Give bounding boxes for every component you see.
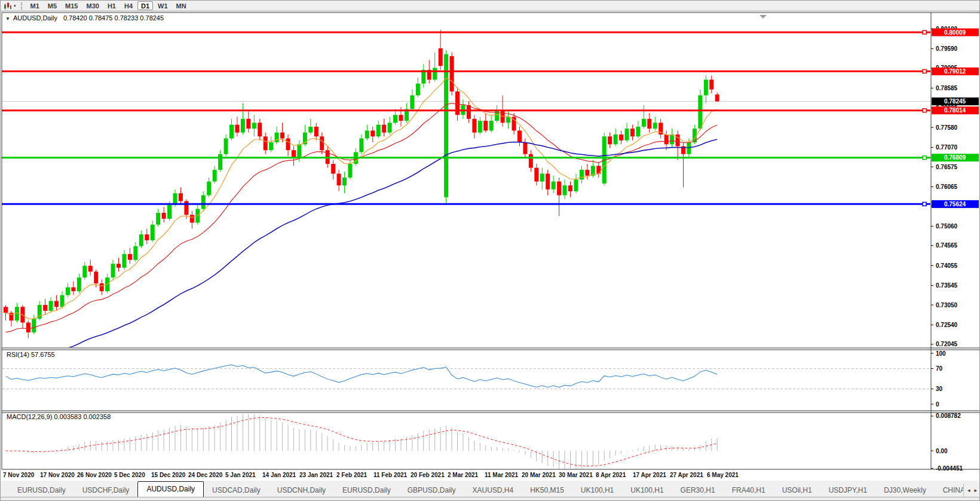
candle [483,121,488,130]
macd-indicator-label: MACD(12,26,9) 0.003583 0.002358 [7,413,111,420]
candle [117,264,121,268]
candle [43,305,47,311]
level-line-handle[interactable] [923,30,926,34]
candle [207,182,211,195]
candle [455,91,460,115]
candle [359,139,363,152]
toolbar-grip-handle[interactable] [21,2,22,10]
price-axis-tick: 0.72045 [936,341,958,347]
candle [32,319,36,332]
candle [552,182,556,190]
chart-shift-marker-icon[interactable] [760,15,767,19]
timeframe-button-M1[interactable]: M1 [27,1,43,10]
chart-tab-gbpusd-daily[interactable]: GBPUSD,Daily [399,484,464,497]
chart-tab-usdchf-daily[interactable]: USDCHF,Daily [74,484,138,497]
time-axis-label: 15 Dec 2020 [151,472,185,478]
chart-collapse-icon[interactable]: ▼ [5,16,10,22]
chart-tab-eurusd-daily[interactable]: EURUSD,Daily [9,484,74,497]
chart-tab-usdcnh-daily[interactable]: USDCNH,Daily [269,484,334,497]
timeframe-button-H4[interactable]: H4 [121,1,136,10]
chart-type-icon[interactable] [2,2,13,10]
chart-title: ▼AUDUSD,Daily0.78420 0.78475 0.78233 0.7… [5,14,164,22]
candle [467,105,471,119]
chart-tab-uk100-h1[interactable]: UK100,H1 [572,484,622,497]
chart-tab-ger30-h1[interactable]: GER30,H1 [672,484,724,497]
candle [342,178,347,185]
candle [630,129,635,136]
chart-tab-usdcad-daily[interactable]: USDCAD,Daily [204,484,269,497]
timeframe-button-W1[interactable]: W1 [154,1,172,10]
rsi-axis-tick: 30 [936,386,943,392]
time-axis-label: 17 Nov 2020 [40,472,75,478]
main-panel[interactable] [2,30,930,368]
timeframe-button-D1[interactable]: D1 [137,1,153,10]
level-line-handle[interactable] [923,109,926,112]
timeframe-button-M30[interactable]: M30 [82,1,102,10]
candle [489,121,494,130]
candle [709,80,713,89]
level-line-handle[interactable] [923,202,926,206]
time-axis-label: 8 Apr 2021 [596,472,626,478]
candle [167,205,172,219]
time-axis[interactable]: 7 Nov 202017 Nov 202026 Nov 20205 Dec 20… [1,471,980,481]
price-axis-tick: 0.73545 [936,282,958,289]
candle [241,119,245,133]
price-label-value: 0.76809 [944,154,966,161]
time-axis-label: 20 Feb 2021 [411,472,445,478]
time-axis-label: 27 Apr 2021 [670,472,703,478]
chart-tab-audusd-daily[interactable]: AUDUSD,Daily [137,481,204,497]
candle [26,323,30,332]
tab-scroll-right-icon[interactable]: ▸ [974,487,977,493]
chart-tab-usdjpy-h1[interactable]: USDJPY,H1 [820,484,875,497]
macd-axis-tick: 0.00 [936,448,948,454]
time-axis-label: 23 Jan 2021 [299,472,333,478]
time-axis-label: 5 Jan 2021 [225,472,256,478]
candle [122,254,126,268]
time-axis-label: 26 Nov 2020 [77,472,112,478]
level-line-handle[interactable] [923,69,926,73]
macd-panel[interactable] [6,414,718,470]
chart-tab-dj30-weekly[interactable]: DJ30,Weekly [875,484,934,497]
candle [308,127,313,133]
candle [563,185,567,195]
candle [213,170,217,182]
price-label-value: 0.75624 [944,201,966,207]
candle [4,307,8,313]
timeframe-button-H1[interactable]: H1 [104,1,120,10]
time-axis-label: 11 Mar 2021 [485,472,518,478]
candle [653,123,657,129]
price-axis-tick: 0.74565 [936,242,958,249]
time-axis-label: 11 Feb 2021 [373,472,407,478]
candle [388,123,392,132]
candle [275,133,279,142]
price-axis-tick: 0.73050 [936,302,958,308]
candle [433,68,437,80]
candle [444,54,448,197]
chart-tab-uk100-h1[interactable]: UK100,H1 [622,484,672,497]
chart-tab-fra40-h1[interactable]: FRA40,H1 [724,484,774,497]
price-axis-tick: 0.72540 [936,322,958,328]
candle [472,119,476,133]
chevron-down-icon[interactable]: ▾ [14,4,16,8]
price-chart[interactable]: 0.801000.795900.790950.785850.780800.775… [1,11,980,471]
timeframe-button-M15[interactable]: M15 [62,1,81,10]
chart-tab-xauusd-h4[interactable]: XAUUSD,H4 [464,484,522,497]
tab-scroll-left-icon[interactable]: ◂ [967,487,970,493]
level-line-handle[interactable] [923,156,926,160]
chart-tab-usoil-h1[interactable]: USOil,H1 [774,484,820,497]
candle [676,135,680,146]
candle [314,127,318,136]
candle [370,130,375,136]
chart-tab-china300-h1[interactable]: CHINA300,H1 [935,484,963,497]
chart-tab-hk50-m15[interactable]: HK50,M15 [522,484,572,497]
price-axis-tick: 0.78585 [936,85,958,91]
candle [258,123,262,136]
status-strip [1,497,980,501]
timeframe-button-MN[interactable]: MN [173,1,190,10]
chart-tab-eurusd-daily[interactable]: EURUSD,Daily [334,484,399,497]
candle [224,139,228,154]
time-axis-label: 2 Feb 2021 [336,472,367,478]
rsi-panel[interactable] [2,365,930,389]
timeframe-button-M5[interactable]: M5 [44,1,60,10]
time-axis-label: 20 Mar 2021 [522,472,556,478]
